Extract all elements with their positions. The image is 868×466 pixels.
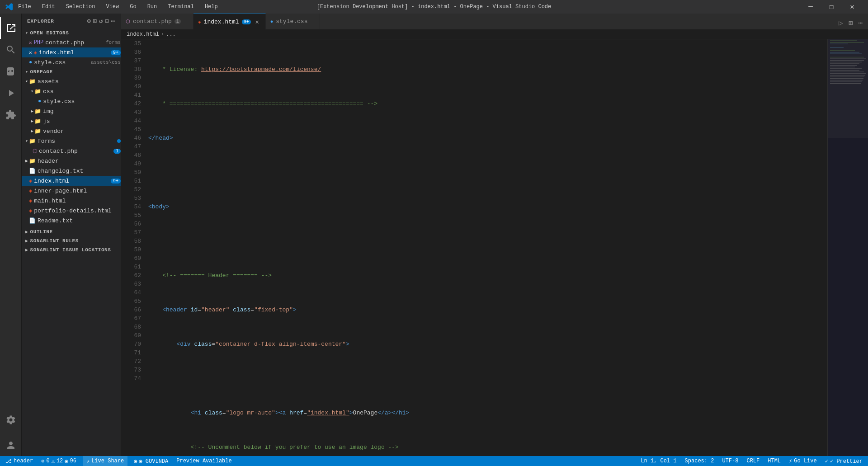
close-editor-icon[interactable]: ✕ bbox=[29, 40, 32, 46]
code-line-46: <!-- Uncomment below if you prefer to us… bbox=[148, 443, 827, 452]
tree-portfolio-details-html[interactable]: ◈ portfolio-details.html bbox=[22, 206, 121, 216]
forms-arrow: ▾ bbox=[25, 138, 28, 144]
breadcrumb-file[interactable]: index.html bbox=[127, 31, 159, 38]
more-actions-editor-icon[interactable]: ⋯ bbox=[856, 17, 864, 29]
open-editors-label: Open Editors bbox=[30, 30, 69, 36]
tree-assets-folder[interactable]: ▾ 📁 assets bbox=[22, 76, 121, 86]
tree-style-css[interactable]: ● style.css bbox=[22, 96, 121, 106]
code-line-41: <!-- ======= Header ======= --> bbox=[148, 271, 827, 280]
close-button[interactable]: ✕ bbox=[842, 0, 863, 14]
menu-run[interactable]: Run bbox=[146, 3, 159, 11]
minimap[interactable] bbox=[827, 39, 868, 456]
tree-header-folder[interactable]: ▶ 📁 header bbox=[22, 156, 121, 166]
css-folder-label: css bbox=[43, 88, 121, 95]
git-branch-item[interactable]: ⎇ header bbox=[4, 458, 35, 465]
tab-contact-php[interactable]: ⬡ contact.php 1 bbox=[121, 14, 193, 29]
line-ending-item[interactable]: CRLF bbox=[745, 458, 761, 464]
go-live-item[interactable]: ⚡ Go Live bbox=[787, 458, 819, 465]
more-actions-icon[interactable]: ⋯ bbox=[111, 17, 115, 25]
tree-changelog[interactable]: 📄 changelog.txt bbox=[22, 166, 121, 176]
preview-available-item[interactable]: Preview Available bbox=[175, 458, 233, 464]
open-editor-contact-php[interactable]: ✕ PHP contact.php forms bbox=[22, 38, 121, 47]
spaces-label: Spaces: 2 bbox=[685, 458, 714, 464]
menu-go[interactable]: Go bbox=[128, 3, 138, 11]
tab-index-close[interactable]: ✕ bbox=[254, 18, 261, 25]
menu-bar[interactable]: File Edit Selection View Go Run Terminal… bbox=[16, 3, 220, 11]
source-control-activity-icon[interactable] bbox=[0, 61, 22, 82]
go-live-label: Go Live bbox=[794, 458, 816, 464]
sonarlint-issues-collapse[interactable]: ▶ SONARLINT ISSUE LOCATIONS bbox=[22, 245, 121, 254]
window-controls[interactable]: ─ ❐ ✕ bbox=[800, 0, 863, 14]
tree-img-folder[interactable]: ▶ 📁 img bbox=[22, 106, 121, 116]
tab-style-css[interactable]: ● style.css bbox=[266, 14, 320, 29]
tab-index-badge: 9+ bbox=[242, 19, 251, 24]
close-editor-icon2[interactable]: ✕ bbox=[29, 50, 32, 56]
code-editor[interactable]: * License: https://bootstrapmade.com/lic… bbox=[145, 39, 827, 456]
outline-collapse[interactable]: ▶ OUTLINE bbox=[22, 227, 121, 236]
vscode-logo bbox=[5, 3, 13, 10]
govinda-item[interactable]: ◉ ◉ GOVINDA bbox=[132, 458, 170, 465]
split-editor-icon[interactable]: ⊞ bbox=[847, 17, 855, 29]
breadcrumb-section[interactable]: ... bbox=[166, 31, 176, 38]
tree-inner-page-html[interactable]: ◈ inner-page.html bbox=[22, 186, 121, 196]
settings-activity-icon[interactable] bbox=[0, 409, 22, 431]
language-item[interactable]: HTML bbox=[766, 458, 783, 464]
ln-61: 61 bbox=[121, 263, 141, 271]
restore-button[interactable]: ❐ bbox=[821, 0, 842, 14]
new-file-icon[interactable]: ⊕ bbox=[87, 17, 91, 25]
menu-help[interactable]: Help bbox=[203, 3, 220, 11]
minimize-button[interactable]: ─ bbox=[800, 0, 821, 14]
menu-selection[interactable]: Selection bbox=[64, 3, 97, 11]
search-activity-icon[interactable] bbox=[0, 39, 22, 61]
encoding-item[interactable]: UTF-8 bbox=[720, 458, 740, 464]
tree-readme-txt[interactable]: 📄 Readme.txt bbox=[22, 216, 121, 226]
open-editor-index-filename: index.html bbox=[39, 49, 109, 56]
menu-edit[interactable]: Edit bbox=[40, 3, 57, 11]
tree-contact-php[interactable]: ⬡ contact.php 1 bbox=[22, 146, 121, 156]
menu-file[interactable]: File bbox=[16, 3, 33, 11]
open-editor-index-html[interactable]: ✕ ◈ index.html 9+ bbox=[22, 47, 121, 57]
explorer-activity-icon[interactable] bbox=[0, 17, 22, 39]
outline-label: OUTLINE bbox=[30, 229, 53, 235]
run-activity-icon[interactable] bbox=[0, 82, 22, 104]
tree-main-html[interactable]: ◈ main.html bbox=[22, 196, 121, 206]
collapse-all-icon[interactable]: ⊟ bbox=[105, 17, 109, 25]
errors-item[interactable]: ⊗ 0 ⚠ 12 ◉ 96 bbox=[39, 458, 78, 465]
open-editor-style-css[interactable]: ● style.css assets\css bbox=[22, 57, 121, 67]
sidebar-header-actions[interactable]: ⊕ ⊞ ↺ ⊟ ⋯ bbox=[87, 17, 115, 25]
sidebar-header: Explorer ⊕ ⊞ ↺ ⊟ ⋯ bbox=[22, 14, 121, 28]
tree-forms-folder[interactable]: ▾ 📁 forms bbox=[22, 136, 121, 146]
open-editors-collapse[interactable]: ▾ Open Editors bbox=[22, 28, 121, 38]
extensions-activity-icon[interactable] bbox=[0, 104, 22, 126]
run-icon-toolbar[interactable]: ▷ bbox=[837, 17, 845, 29]
ln-54: 54 bbox=[121, 202, 141, 211]
tree-css-folder[interactable]: ▾ 📁 css bbox=[22, 86, 121, 96]
forms-folder-icon: 📁 bbox=[29, 138, 36, 145]
tree-vendor-folder[interactable]: ▶ 📁 vendor bbox=[22, 126, 121, 136]
new-folder-icon[interactable]: ⊞ bbox=[93, 17, 97, 25]
refresh-icon[interactable]: ↺ bbox=[99, 17, 103, 25]
menu-terminal[interactable]: Terminal bbox=[166, 3, 196, 11]
index-html-icon: ◈ bbox=[29, 178, 32, 184]
index-html-label: index.html bbox=[34, 178, 109, 184]
account-activity-icon[interactable] bbox=[0, 434, 22, 456]
sonarlint-rules-collapse[interactable]: ▶ SONARLINT RULES bbox=[22, 236, 121, 245]
live-share-item[interactable]: ↗ Live Share bbox=[83, 456, 127, 466]
spaces-item[interactable]: Spaces: 2 bbox=[683, 458, 716, 464]
tree-index-html[interactable]: ◈ index.html 9+ bbox=[22, 176, 121, 186]
tab-index-label: index.html bbox=[204, 19, 239, 25]
cursor-position-item[interactable]: Ln 1, Col 1 bbox=[639, 458, 678, 464]
menu-view[interactable]: View bbox=[104, 3, 121, 11]
ln-55: 55 bbox=[121, 211, 141, 220]
header-folder-icon: 📁 bbox=[29, 158, 36, 165]
index-html-badge: 9+ bbox=[111, 179, 121, 184]
vendor-folder-icon: 📁 bbox=[34, 128, 41, 135]
tree-js-folder[interactable]: ▶ 📁 js bbox=[22, 116, 121, 126]
prettier-item[interactable]: ✓ ✓ Prettier bbox=[823, 458, 864, 465]
onepage-collapse[interactable]: ▾ ONEPAGE bbox=[22, 67, 121, 76]
ln-43: 43 bbox=[121, 108, 141, 117]
ln-39: 39 bbox=[121, 74, 141, 82]
tab-index-html[interactable]: ◈ index.html 9+ ✕ bbox=[193, 14, 266, 29]
vendor-arrow: ▶ bbox=[31, 128, 33, 134]
ln-72: 72 bbox=[121, 357, 141, 366]
